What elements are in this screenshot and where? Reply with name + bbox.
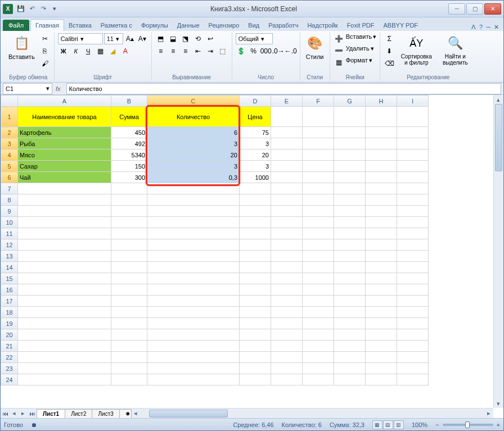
cell[interactable] <box>147 262 240 273</box>
cell[interactable] <box>271 318 303 329</box>
cell[interactable] <box>271 194 303 206</box>
zoom-knob[interactable] <box>465 421 470 428</box>
row-header[interactable]: 13 <box>1 251 18 262</box>
cell[interactable] <box>303 273 334 284</box>
help-icon[interactable]: ? <box>479 24 483 31</box>
cell[interactable] <box>334 138 366 149</box>
paste-button[interactable]: 📋 Вставить <box>6 33 37 61</box>
cell[interactable]: Чай <box>18 172 111 183</box>
cell[interactable] <box>397 296 429 307</box>
cell[interactable] <box>366 127 397 138</box>
indent-inc-icon[interactable]: ⇥ <box>205 46 216 57</box>
cell[interactable]: Рыба <box>18 138 111 149</box>
cell[interactable] <box>147 307 240 318</box>
cell[interactable] <box>111 341 147 352</box>
tab-file[interactable]: Файл <box>3 20 29 31</box>
font-color-icon[interactable]: A <box>120 46 131 57</box>
cell[interactable] <box>147 194 240 206</box>
cell[interactable] <box>303 161 334 172</box>
cell[interactable]: 3 <box>240 138 271 149</box>
cell[interactable] <box>271 341 303 352</box>
cell[interactable] <box>366 296 397 307</box>
cell[interactable] <box>366 228 397 239</box>
cell[interactable] <box>334 217 366 228</box>
comma-icon[interactable]: 000 <box>260 46 272 57</box>
cell[interactable] <box>240 273 271 284</box>
cell[interactable] <box>334 329 366 341</box>
row-header[interactable]: 5 <box>1 161 18 172</box>
cell[interactable] <box>240 206 271 217</box>
new-sheet-button[interactable]: ✸ <box>119 409 132 418</box>
row-header[interactable]: 22 <box>1 352 18 363</box>
cell[interactable] <box>240 284 271 296</box>
tab-abbyy[interactable]: ABBYY PDF <box>379 20 423 31</box>
cell[interactable] <box>147 318 240 329</box>
cell[interactable] <box>303 172 334 183</box>
cell[interactable] <box>334 161 366 172</box>
tab-view[interactable]: Вид <box>244 20 264 31</box>
scroll-up-icon[interactable]: ▴ <box>494 95 503 104</box>
cell[interactable] <box>303 363 334 374</box>
cell[interactable] <box>240 217 271 228</box>
align-center-icon[interactable]: ≡ <box>168 46 179 57</box>
cell[interactable]: 75 <box>240 127 271 138</box>
view-normal-icon[interactable]: ▦ <box>372 420 382 429</box>
cell[interactable] <box>303 183 334 194</box>
cell[interactable] <box>397 127 429 138</box>
cell[interactable] <box>271 329 303 341</box>
vscroll-thumb[interactable] <box>495 104 502 171</box>
cell[interactable] <box>111 194 147 206</box>
row-header[interactable]: 3 <box>1 138 18 149</box>
cell[interactable]: 0,3 <box>147 172 240 183</box>
cell[interactable] <box>303 251 334 262</box>
cell[interactable] <box>366 262 397 273</box>
row-header[interactable]: 24 <box>1 374 18 385</box>
cell[interactable] <box>397 228 429 239</box>
cell[interactable]: 150 <box>111 161 147 172</box>
find-select-button[interactable]: 🔍 Найти и выделить <box>438 33 472 67</box>
sheet-tab-3[interactable]: Лист3 <box>92 409 119 418</box>
cell[interactable] <box>397 307 429 318</box>
cell[interactable] <box>240 374 271 385</box>
cell[interactable] <box>366 149 397 161</box>
cell[interactable] <box>18 183 111 194</box>
row-header[interactable]: 9 <box>1 206 18 217</box>
cell[interactable] <box>397 217 429 228</box>
row-header[interactable]: 15 <box>1 273 18 284</box>
cell[interactable] <box>18 341 111 352</box>
cell[interactable] <box>397 172 429 183</box>
cell[interactable] <box>366 363 397 374</box>
redo-icon[interactable]: ↷ <box>39 4 48 13</box>
cell[interactable] <box>271 273 303 284</box>
cell[interactable] <box>366 239 397 251</box>
cell[interactable] <box>366 194 397 206</box>
cell[interactable] <box>366 172 397 183</box>
cell[interactable] <box>111 228 147 239</box>
ribbon-window-min-icon[interactable]: ─ <box>486 24 490 31</box>
row-header[interactable]: 2 <box>1 127 18 138</box>
cell[interactable] <box>18 318 111 329</box>
cell[interactable] <box>334 127 366 138</box>
cell[interactable] <box>397 318 429 329</box>
close-button[interactable]: ✕ <box>484 3 501 15</box>
font-size-select[interactable]: 11▾ <box>104 33 123 44</box>
row-header[interactable]: 10 <box>1 217 18 228</box>
cell[interactable] <box>334 239 366 251</box>
percent-icon[interactable]: % <box>248 46 259 57</box>
cell[interactable] <box>303 149 334 161</box>
align-right-icon[interactable]: ≡ <box>180 46 191 57</box>
cell[interactable] <box>397 251 429 262</box>
cell[interactable] <box>303 307 334 318</box>
sort-filter-button[interactable]: ẤΥ Сортировка и фильтр <box>397 33 435 67</box>
cell[interactable] <box>18 228 111 239</box>
cell[interactable] <box>147 239 240 251</box>
cell[interactable] <box>271 161 303 172</box>
cell[interactable] <box>147 341 240 352</box>
cell[interactable] <box>303 352 334 363</box>
cell[interactable] <box>397 183 429 194</box>
formula-bar[interactable]: Количество <box>66 83 501 94</box>
font-name-select[interactable]: Calibri▾ <box>58 33 103 44</box>
sheet-nav-next-icon[interactable]: ▸ <box>19 410 28 417</box>
vertical-scrollbar[interactable]: ▴ ▾ <box>493 95 503 408</box>
view-layout-icon[interactable]: ▤ <box>383 420 393 429</box>
